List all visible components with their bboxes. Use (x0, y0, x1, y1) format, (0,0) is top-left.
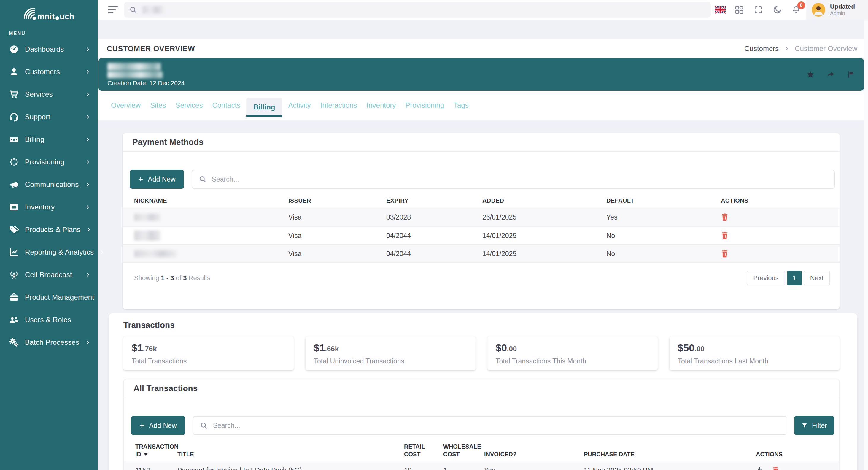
download-icon[interactable] (756, 466, 764, 470)
delete-icon[interactable] (721, 231, 728, 240)
breadcrumb-customers[interactable]: Customers (744, 44, 779, 53)
search-icon (199, 175, 207, 183)
wifi-arcs-icon (24, 8, 37, 21)
stat-this-month: $0.00 Total Transactions This Month (487, 337, 658, 370)
sidebar-item-reporting-analytics[interactable]: Reporting & Analytics (0, 241, 98, 263)
spinner-dots-icon (9, 157, 19, 167)
column-transaction-id[interactable]: TRANSACTIONID (124, 443, 177, 458)
sidebar-item-services[interactable]: Services (0, 83, 98, 106)
sort-desc-icon (144, 453, 148, 456)
sidebar-item-inventory[interactable]: Inventory (0, 196, 98, 218)
sidebar-item-customers[interactable]: Customers (0, 61, 98, 83)
sidebar-item-support[interactable]: Support (0, 106, 98, 128)
tab-overview[interactable]: Overview (107, 91, 144, 120)
tab-activity[interactable]: Activity (284, 91, 314, 120)
transactions-search-input[interactable] (213, 421, 779, 430)
tab-billing[interactable]: Billing (246, 98, 282, 117)
sidebar-nav: Dashboards Customers Services Support (0, 38, 98, 354)
pagination-page-1[interactable]: 1 (787, 271, 802, 285)
payment-method-row: Visa 04/2044 14/01/2025 No (123, 226, 839, 245)
chevron-right-icon (86, 340, 90, 345)
fullscreen-icon[interactable] (753, 4, 764, 15)
user-menu[interactable]: Updated Admin (806, 0, 868, 20)
pagination-previous[interactable]: Previous (747, 271, 785, 285)
sidebar-item-billing[interactable]: Billing (0, 128, 98, 151)
sidebar: mnit uch MENU Dashboards Customers Servi… (0, 0, 98, 470)
chevron-right-icon (86, 69, 90, 74)
dark-mode-moon-icon[interactable] (772, 4, 782, 15)
sidebar-item-communications[interactable]: Communications (0, 173, 98, 196)
tab-services[interactable]: Services (172, 91, 206, 120)
add-transaction-button[interactable]: +Add New (131, 416, 185, 435)
sidebar-item-dashboards[interactable]: Dashboards (0, 38, 98, 61)
hamburger-menu-icon[interactable] (108, 6, 118, 13)
language-flag-icon[interactable] (715, 4, 725, 15)
avatar (812, 3, 825, 17)
transactions-search (193, 416, 786, 435)
menu-section-label: MENU (9, 31, 98, 36)
flag-icon[interactable] (847, 70, 855, 79)
delete-icon[interactable] (721, 213, 728, 221)
chevron-right-icon (86, 182, 90, 187)
tab-inventory[interactable]: Inventory (363, 91, 400, 120)
global-search-input[interactable] (124, 2, 711, 18)
transactions-table-header: TRANSACTIONID TITLE RETAILCOST WHOLESALE… (124, 443, 839, 461)
user-role: Admin (830, 10, 855, 17)
redacted-nickname (134, 230, 161, 241)
tab-tags[interactable]: Tags (450, 91, 472, 120)
breadcrumb: Customers Customer Overview (744, 44, 857, 53)
sidebar-item-cell-broadcast[interactable]: A Cell Broadcast (0, 263, 98, 286)
tab-provisioning[interactable]: Provisioning (402, 91, 447, 120)
star-icon[interactable] (806, 70, 815, 79)
chevron-right-icon (86, 205, 90, 210)
plus-icon: + (138, 175, 143, 183)
redacted-customer-name (107, 63, 161, 71)
payment-methods-search-input[interactable] (212, 175, 828, 183)
filter-funnel-icon (801, 422, 808, 429)
transactions-panel: Transactions $1.76k Total Transactions $… (108, 313, 857, 470)
tab-interactions[interactable]: Interactions (316, 91, 361, 120)
broadcast-tower-icon: A (9, 270, 19, 280)
transaction-row: 1152 Payment for Invoice | IoT Data Pack… (124, 461, 839, 470)
scrollbar[interactable] (864, 20, 868, 470)
redacted-nickname (134, 250, 177, 257)
svg-text:A: A (12, 272, 16, 277)
filter-button[interactable]: Filter (794, 416, 834, 435)
sidebar-item-users-roles[interactable]: Users & Roles (0, 309, 98, 331)
apps-grid-icon[interactable] (734, 4, 745, 15)
inventory-icon (9, 202, 19, 212)
chart-line-icon (9, 247, 19, 257)
stat-total-uninvoiced: $1.66k Total Uninvoiced Transactions (306, 337, 476, 370)
sidebar-item-batch-processes[interactable]: Batch Processes (0, 331, 98, 354)
cart-icon (9, 89, 19, 99)
dashboard-icon (9, 44, 19, 54)
megaphone-icon (9, 180, 19, 190)
sidebar-item-provisioning[interactable]: Provisioning (0, 151, 98, 173)
delete-icon[interactable] (721, 250, 728, 258)
users-group-icon (9, 315, 19, 325)
sidebar-item-product-management[interactable]: Product Management (0, 286, 98, 309)
notifications-bell-icon[interactable]: 0 (791, 4, 802, 15)
share-icon[interactable] (827, 70, 835, 79)
tags-icon (9, 225, 19, 235)
redacted-search-text (143, 6, 164, 14)
add-payment-method-button[interactable]: +Add New (130, 170, 184, 189)
breadcrumb-chevron-icon (784, 46, 789, 51)
tab-contacts[interactable]: Contacts (209, 91, 244, 120)
chevron-right-icon (86, 137, 90, 142)
transactions-title: Transactions (123, 320, 839, 330)
pagination-next[interactable]: Next (804, 271, 830, 285)
stat-total-transactions: $1.76k Total Transactions (123, 337, 294, 370)
chevron-right-icon (86, 115, 90, 119)
search-icon (200, 421, 208, 429)
customer-banner: Creation Date: 12 Dec 2024 (98, 58, 864, 91)
results-count: Showing 1 - 3 of 3 Results (134, 274, 210, 282)
briefcase-icon (9, 292, 19, 302)
sidebar-item-products-plans[interactable]: Products & Plans (0, 218, 98, 241)
user-name: Updated (830, 3, 855, 10)
payment-methods-card: Payment Methods +Add New NICKNAME ISSUER… (123, 133, 839, 309)
tab-sites[interactable]: Sites (147, 91, 169, 120)
stat-last-month: $50.00 Total Transactions Last Month (670, 337, 840, 370)
delete-icon[interactable] (772, 466, 780, 470)
omnitouch-logo[interactable]: mnit uch (0, 0, 98, 24)
